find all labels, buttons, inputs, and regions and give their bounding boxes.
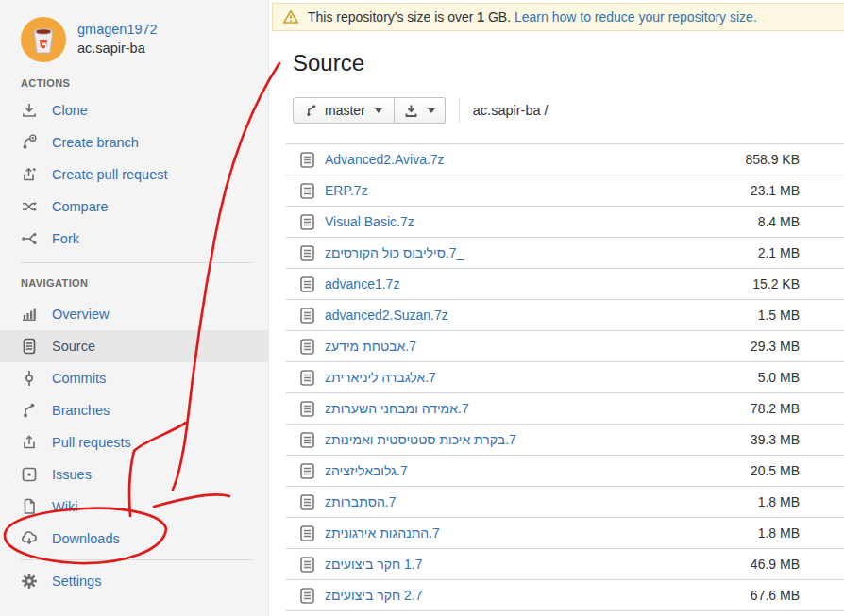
file-icon [300,463,314,479]
pull-requests-icon [21,434,38,451]
file-row: zהסתברות‎.7 1.8 MB [286,486,844,517]
file-row: zחקר ביצועים‎ 1.7 46.9 MB [286,548,844,579]
sidebar-item-source[interactable]: Source [0,330,268,362]
file-link[interactable]: Advanced2.Aviva.7z [325,152,445,167]
file-row: Advanced2.Aviva.7z 858.9 KB [286,143,844,175]
chevron-down-icon [428,108,435,113]
repo-name: ac.sapir-ba [77,39,158,58]
sidebar-item-create-branch[interactable]: Create branch [0,126,268,158]
sidebar-item-label: Source [52,339,95,354]
compare-icon [21,198,38,215]
toolbar-divider [459,98,460,123]
file-link[interactable]: advanced2.Suzan.7z [325,308,448,323]
file-link[interactable]: zאבטחת מידע‎.7 [325,339,416,354]
file-link[interactable]: zחקר ביצועים‎ 1.7 [325,557,422,572]
create-branch-icon [21,134,38,151]
file-link[interactable]: zאמידה ומבחני השערות‎.7 [325,401,469,416]
breadcrumb[interactable]: ac.sapir-ba / [473,103,549,118]
file-row: zבקרת איכות סטטיסטית ואמינות‎.7 39.3 MB [286,424,844,455]
file-row: zגלובאליזציה‎.7 20.5 MB [286,455,844,486]
downloads-icon [21,530,38,547]
source-toolbar: master ac.sapir-ba / [293,97,844,124]
sidebar-item-overview[interactable]: Overview [0,298,268,330]
file-link[interactable]: zסיליבוס כול הקורסים‎.7_ [325,245,464,260]
file-link[interactable]: zאלגברה ליניארית‎.7 [325,370,436,385]
file-icon [300,339,314,355]
sidebar-item-fork[interactable]: Fork [0,223,268,255]
file-link[interactable]: ERP.7z [325,183,368,198]
file-icon [300,245,314,261]
file-size: 5.0 MB [758,370,844,385]
warning-icon [282,8,299,25]
file-icon [300,276,314,292]
banner-text-after: GB. [488,9,511,25]
branch-selector-label: master [325,103,365,118]
file-link[interactable]: zהתנהגות אירגונית‎.7 [325,525,440,541]
file-size: 8.4 MB [758,214,844,229]
gear-icon [21,573,38,590]
sidebar-item-label: Create branch [52,135,139,150]
file-row: ERP.7z 23.1 MB [286,175,844,206]
sidebar-item-label: Settings [52,574,101,589]
file-link[interactable]: zבקרת איכות סטטיסטית ואמינות‎.7 [325,432,516,447]
file-size: 23.1 MB [751,183,844,198]
sidebar-item-label: Fork [52,231,79,246]
sidebar-item-label: Create pull request [52,167,168,182]
reduce-size-link[interactable]: Learn how to reduce your repository size… [515,9,757,25]
fork-icon [21,230,38,247]
file-link[interactable]: Visual Basic.7z [325,214,414,229]
sidebar-item-label: Wiki [52,499,77,514]
sidebar-divider [21,262,252,263]
navigation-section-label: NAVIGATION [21,277,268,289]
file-icon [300,525,314,541]
file-size: 20.5 MB [751,463,844,478]
file-row: zאלגברה ליניארית‎.7 5.0 MB [286,361,844,392]
sidebar-item-settings[interactable]: Settings [0,565,268,597]
file-link[interactable]: advance1.7z [325,276,399,291]
repo-names: gmagen1972 ac.sapir-ba [77,17,158,62]
sidebar-item-label: Clone [52,103,88,118]
size-warning-banner: This repository's size is over 1 GB. Lea… [272,3,844,31]
settings-menu: Settings [0,565,268,597]
file-link[interactable]: zהסתברות‎.7 [325,494,396,509]
chevron-down-icon [375,108,382,113]
sidebar-item-issues[interactable]: Issues [0,458,268,491]
sidebar-item-compare[interactable]: Compare [0,191,268,223]
navigation-menu: Overview Source Commits [0,298,268,555]
file-icon [300,588,314,604]
sidebar-divider [21,559,252,560]
main-content: This repository's size is over 1 GB. Lea… [269,0,844,616]
file-row: zהתנהגות אירגונית‎.7 1.8 MB [286,517,844,548]
file-row: advanced2.Suzan.7z 1.5 MB [286,299,844,330]
sidebar-item-downloads[interactable]: Downloads [0,523,268,555]
sidebar-item-branches[interactable]: Branches [0,394,268,426]
file-icon [300,557,314,573]
actions-menu: Clone Create branch Create pull reques [0,94,268,255]
file-size: 39.3 MB [751,432,844,447]
sidebar-item-clone[interactable]: Clone [0,94,268,126]
file-link[interactable]: zגלובאליזציה‎.7 [325,463,408,478]
owner-link[interactable]: gmagen1972 [77,20,158,39]
clone-icon [21,102,38,119]
repo-profile: gmagen1972 ac.sapir-ba [0,0,268,62]
sidebar: gmagen1972 ac.sapir-ba ACTIONS Clone [0,0,269,616]
sidebar-item-create-pull-request[interactable]: Create pull request [0,158,268,191]
file-link[interactable]: zחקר ביצועים‎ 2.7 [325,588,422,603]
banner-text: This repository's size is over 1 GB. Lea… [308,9,757,25]
sidebar-item-label: Branches [52,403,110,418]
branch-selector-button[interactable]: master [293,97,395,124]
file-icon [300,152,314,168]
sidebar-item-label: Issues [52,467,92,482]
sidebar-item-wiki[interactable]: Wiki [0,491,268,523]
sidebar-item-label: Compare [52,199,109,214]
wiki-icon [21,498,38,515]
file-row: Visual Basic.7z 8.4 MB [286,206,844,237]
file-size: 1.8 MB [758,494,844,509]
file-icon [300,214,314,230]
sidebar-item-label: Pull requests [52,435,131,450]
file-row: zחקר ביצועים‎ 2.7 67.6 MB [286,579,844,611]
sidebar-item-pull-requests[interactable]: Pull requests [0,426,268,458]
download-menu-button[interactable] [395,97,446,124]
sidebar-item-commits[interactable]: Commits [0,362,268,394]
actions-section-label: ACTIONS [21,77,268,89]
